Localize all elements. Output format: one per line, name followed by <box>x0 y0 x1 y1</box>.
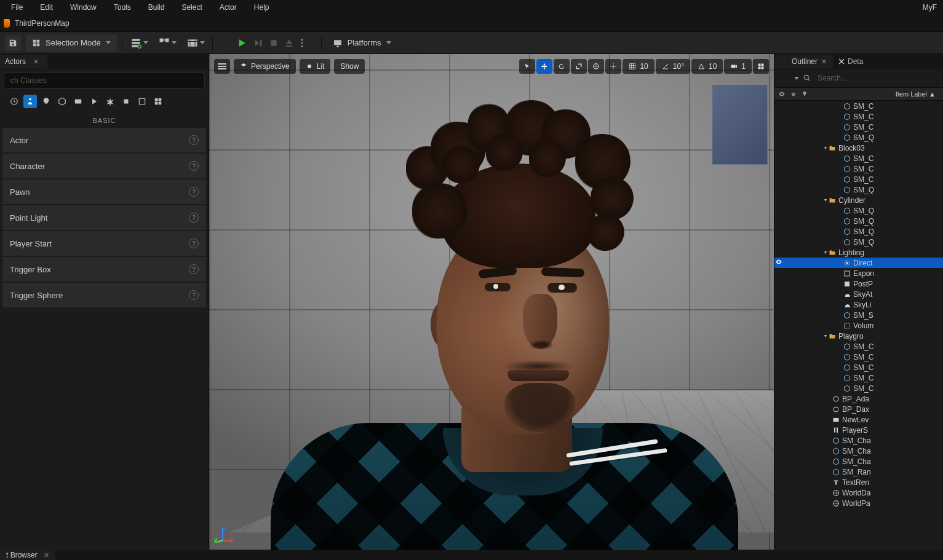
scale-tool-button[interactable] <box>571 59 587 74</box>
outliner-row[interactable]: SM_Q <box>774 237 943 247</box>
outliner-row[interactable]: SM_Cha <box>774 446 943 456</box>
help-icon[interactable]: ? <box>189 213 199 223</box>
menu-edit[interactable]: Edit <box>31 1 62 14</box>
menu-tools[interactable]: Tools <box>105 1 140 14</box>
menu-actor[interactable]: Actor <box>211 1 245 14</box>
outliner-row[interactable]: SM_C <box>774 362 943 373</box>
menu-window[interactable]: Window <box>62 1 105 14</box>
outliner-row[interactable]: SM_Q <box>774 132 943 143</box>
select-tool-button[interactable] <box>519 59 535 74</box>
outliner-row[interactable]: SM_Q <box>774 216 943 226</box>
place-actors-tab[interactable]: Actors ✕ <box>0 55 47 68</box>
menu-help[interactable]: Help <box>245 1 278 14</box>
outliner-row[interactable]: WorldDa <box>774 487 943 498</box>
place-actor-actor[interactable]: Actor? <box>2 128 206 152</box>
outliner-row[interactable]: SM_Ran <box>774 467 943 477</box>
outliner-row[interactable]: Expon <box>774 268 943 278</box>
outliner-row[interactable]: SkyAt <box>774 289 943 299</box>
outliner-row[interactable]: BP_Ada <box>774 393 943 404</box>
menu-file[interactable]: File <box>2 1 31 14</box>
outliner-row[interactable]: TextRen <box>774 477 943 487</box>
outliner-row[interactable]: SM_C <box>774 341 943 352</box>
cinematic-category-icon[interactable] <box>71 95 85 108</box>
eject-button[interactable] <box>284 38 294 48</box>
expand-icon[interactable]: ▾ <box>822 333 829 339</box>
translate-tool-button[interactable] <box>536 59 552 74</box>
outliner-row[interactable]: SM_C <box>774 153 943 164</box>
save-button[interactable] <box>5 35 21 51</box>
geometry-category-icon[interactable] <box>119 95 133 108</box>
place-actor-pawn[interactable]: Pawn? <box>2 179 206 204</box>
place-actor-trigger-sphere[interactable]: Trigger Sphere? <box>2 283 206 307</box>
help-icon[interactable]: ? <box>189 290 199 300</box>
editor-mode-dropdown[interactable]: Selection Mode <box>26 34 117 52</box>
shapes-category-icon[interactable] <box>55 95 69 108</box>
outliner-row[interactable]: SM_C <box>774 383 943 393</box>
outliner-row[interactable]: SM_Q <box>774 184 943 195</box>
outliner-row[interactable]: SM_C <box>774 101 943 111</box>
help-icon[interactable]: ? <box>189 135 199 145</box>
place-actor-point-light[interactable]: Point Light? <box>2 205 206 230</box>
expand-icon[interactable]: ▾ <box>822 145 829 151</box>
place-actor-character[interactable]: Character? <box>2 154 206 178</box>
place-actors-search-input[interactable] <box>4 73 205 89</box>
outliner-row[interactable]: ▾Lighting <box>774 247 943 258</box>
outliner-row[interactable]: SM_C <box>774 111 943 122</box>
outliner-filter-button[interactable] <box>778 72 790 84</box>
rotate-tool-button[interactable] <box>554 59 570 74</box>
close-icon[interactable]: ✕ <box>44 551 49 559</box>
outliner-row[interactable]: SM_C <box>774 174 943 184</box>
outliner-row[interactable]: SM_C <box>774 373 943 383</box>
help-icon[interactable]: ? <box>189 161 199 171</box>
outliner-row[interactable]: SM_C <box>774 122 943 132</box>
play-button[interactable] <box>236 37 247 49</box>
outliner-row[interactable]: SM_S <box>774 310 943 320</box>
visibility-icon[interactable] <box>774 258 786 267</box>
outliner-row[interactable]: SM_C <box>774 352 943 362</box>
outliner-row[interactable]: SM_C <box>774 164 943 174</box>
outliner-row[interactable]: NewLev <box>774 414 943 425</box>
blueprints-dropdown[interactable] <box>156 35 179 51</box>
scale-snap-value[interactable]: 10 <box>691 59 723 74</box>
stop-button[interactable] <box>269 39 278 47</box>
play-options-button[interactable] <box>300 38 304 48</box>
fx-category-icon[interactable] <box>103 95 117 108</box>
viewport-perspective-dropdown[interactable]: Perspective <box>234 59 296 74</box>
level-viewport[interactable]: Perspective Lit Show 10 10° 10 1 <box>209 54 774 550</box>
lights-category-icon[interactable] <box>39 95 53 108</box>
outliner-row[interactable]: Volum <box>774 320 943 331</box>
outliner-search-input[interactable] <box>815 71 939 85</box>
viewport-lit-dropdown[interactable]: Lit <box>300 59 331 74</box>
viewport-layout-button[interactable] <box>753 59 769 74</box>
content-browser-tab[interactable]: t Browser ✕ <box>0 550 55 560</box>
expand-icon[interactable]: ▾ <box>822 250 829 255</box>
outliner-row[interactable]: SM_Q <box>774 205 943 216</box>
outliner-row[interactable]: ▾Playgro <box>774 331 943 341</box>
outliner-row[interactable]: SkyLi <box>774 299 943 310</box>
outliner-row[interactable]: ▾Block03 <box>774 143 943 153</box>
outliner-row[interactable]: SM_Cha <box>774 435 943 446</box>
outliner-row[interactable]: Direct <box>774 258 943 268</box>
add-content-dropdown[interactable] <box>127 35 151 51</box>
platforms-dropdown[interactable]: Platforms <box>327 34 397 52</box>
viewport-show-dropdown[interactable]: Show <box>334 59 365 74</box>
outliner-row[interactable]: PlayerS <box>774 425 943 435</box>
level-tab-title[interactable]: ThirdPersonMap <box>15 19 70 28</box>
surface-snap-button[interactable] <box>605 59 621 74</box>
skip-button[interactable] <box>253 38 263 48</box>
outliner-row[interactable]: WorldPa <box>774 498 943 508</box>
help-icon[interactable]: ? <box>189 187 199 197</box>
close-icon[interactable]: ✕ <box>33 58 39 66</box>
cinematics-dropdown[interactable] <box>184 35 207 51</box>
all-classes-category-icon[interactable] <box>151 95 165 108</box>
recent-category-icon[interactable] <box>7 95 21 108</box>
help-icon[interactable]: ? <box>189 264 199 274</box>
place-actor-trigger-box[interactable]: Trigger Box? <box>2 257 206 282</box>
menu-select[interactable]: Select <box>173 1 210 14</box>
angle-snap-value[interactable]: 10° <box>656 59 690 74</box>
outliner-row[interactable]: SM_Cha <box>774 456 943 467</box>
help-icon[interactable]: ? <box>189 239 199 248</box>
outliner-row[interactable]: PostP <box>774 278 943 289</box>
place-actor-player-start[interactable]: Player Start? <box>2 231 206 256</box>
outliner-column-header[interactable]: ★ Item Label ▲ <box>774 87 943 101</box>
